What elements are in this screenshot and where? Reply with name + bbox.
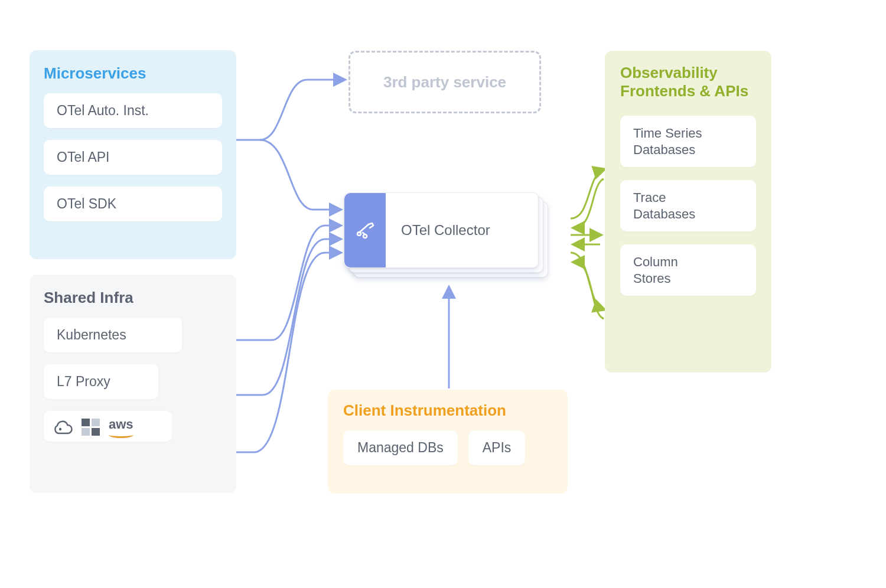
shared-infra-title: Shared Infra xyxy=(44,289,222,307)
client-instrumentation-item-managed-dbs: Managed DBs xyxy=(343,430,458,465)
client-instrumentation-item-apis: APIs xyxy=(468,430,526,465)
observability-item-tracedb-line1: Trace xyxy=(633,190,743,206)
otel-collector-box: OTel Collector xyxy=(344,192,547,275)
observability-item-tracedb: Trace Databases xyxy=(620,180,756,231)
client-instrumentation-panel: Client Instrumentation Managed DBs APIs xyxy=(328,390,568,494)
otel-collector-label: OTel Collector xyxy=(386,193,538,267)
svg-point-0 xyxy=(59,428,61,430)
svg-rect-3 xyxy=(82,428,90,436)
observability-title-line2: Frontends & APIs xyxy=(620,82,748,100)
microservices-item-otel-api: OTel API xyxy=(44,140,222,175)
svg-rect-2 xyxy=(92,419,100,426)
observability-item-column-stores-line2: Stores xyxy=(633,270,743,287)
aws-icon: aws xyxy=(109,417,133,438)
shared-infra-item-kubernetes: Kubernetes xyxy=(44,318,182,352)
shared-infra-panel: Shared Infra Kubernetes L7 Proxy aws xyxy=(30,275,236,493)
shared-infra-item-l7-proxy: L7 Proxy xyxy=(44,364,158,399)
observability-item-column-stores: Column Stores xyxy=(620,244,756,296)
microservices-title: Microservices xyxy=(44,64,222,83)
microservices-panel: Microservices OTel Auto. Inst. OTel API … xyxy=(30,50,236,259)
svg-rect-4 xyxy=(92,428,100,436)
third-party-service-box: 3rd party service xyxy=(348,51,541,113)
client-instrumentation-title: Client Instrumentation xyxy=(343,401,552,420)
observability-title: Observability Frontends & APIs xyxy=(620,64,756,100)
microservices-item-otel-auto-inst: OTel Auto. Inst. xyxy=(44,93,222,128)
shared-infra-item-clouds: aws xyxy=(44,411,172,442)
svg-rect-1 xyxy=(82,419,90,426)
observability-title-line1: Observability xyxy=(620,64,718,81)
observability-item-tsdb: Time Series Databases xyxy=(620,116,756,167)
observability-item-tsdb-line2: Databases xyxy=(633,142,743,158)
observability-item-column-stores-line1: Column xyxy=(633,254,743,270)
collector-stack-card-front: OTel Collector xyxy=(344,192,539,268)
observability-item-tsdb-line1: Time Series xyxy=(633,125,743,142)
gcp-icon xyxy=(53,419,73,436)
azure-icon xyxy=(82,419,100,436)
telescope-icon xyxy=(344,193,386,267)
observability-item-tracedb-line2: Databases xyxy=(633,206,743,223)
observability-panel: Observability Frontends & APIs Time Seri… xyxy=(605,51,771,373)
third-party-service-label: 3rd party service xyxy=(383,73,506,92)
svg-point-5 xyxy=(357,232,361,236)
microservices-item-otel-sdk: OTel SDK xyxy=(44,187,222,221)
